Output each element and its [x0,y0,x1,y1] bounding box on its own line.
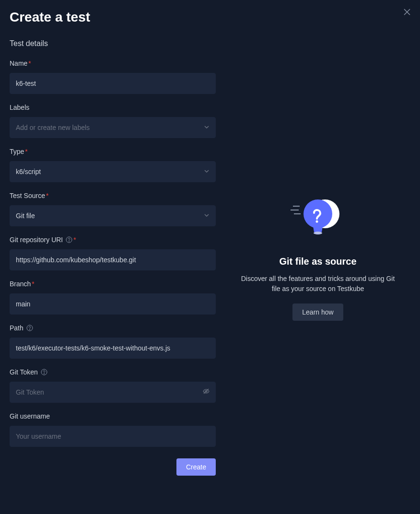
labels-select[interactable]: Add or create new labels [10,117,216,138]
svg-point-3 [69,241,70,242]
form-panel: Create a test Test details Name * Labels… [10,10,225,504]
git-uri-input[interactable] [10,249,216,270]
close-icon [404,9,410,15]
lightbulb-illustration [289,194,347,242]
svg-point-7 [44,374,44,374]
git-token-group: Git Token [10,368,216,403]
type-value: k6/script [16,168,41,175]
type-select[interactable]: k6/script [10,161,216,182]
learn-how-button[interactable]: Learn how [292,304,343,321]
git-token-input[interactable] [10,382,216,403]
labels-label: Labels [10,104,216,111]
labels-placeholder: Add or create new labels [16,124,90,131]
path-input[interactable] [10,338,216,359]
git-username-group: Git username [10,412,216,447]
test-source-select[interactable]: Git file [10,205,216,226]
git-username-label: Git username [10,412,216,420]
git-uri-group: Git repository URI * [10,236,216,270]
close-button[interactable] [404,9,410,17]
chevron-down-icon [204,212,210,220]
svg-point-5 [29,329,30,330]
labels-group: Labels Add or create new labels [10,104,216,138]
path-label: Path [10,324,216,332]
modal-title: Create a test [10,10,216,25]
test-source-label: Test Source * [10,192,216,199]
required-mark: * [25,148,27,155]
svg-point-12 [314,232,322,234]
info-description: Discover all the features and tricks aro… [240,274,396,294]
git-token-label: Git Token [10,368,216,376]
required-mark: * [32,280,34,288]
branch-input[interactable] [10,293,216,315]
required-mark: * [46,192,48,199]
path-group: Path [10,324,216,359]
create-test-modal: Create a test Test details Name * Labels… [0,0,420,514]
svg-point-11 [303,199,332,228]
required-mark: * [73,236,76,244]
info-title: Git file as source [240,256,396,267]
help-icon[interactable] [26,325,33,331]
info-panel: Git file as source Discover all the feat… [225,10,410,504]
git-uri-label: Git repository URI * [10,236,216,244]
branch-label: Branch * [10,280,216,288]
create-button[interactable]: Create [176,458,216,476]
type-group: Type * k6/script [10,148,216,182]
branch-group: Branch * [10,280,216,315]
svg-point-13 [316,220,318,222]
section-title: Test details [10,39,216,48]
test-source-group: Test Source * Git file [10,192,216,226]
test-source-value: Git file [16,212,35,220]
name-group: Name * [10,59,216,94]
chevron-down-icon [204,168,210,175]
help-icon[interactable] [66,236,72,243]
chevron-down-icon [204,124,210,131]
required-mark: * [28,59,31,67]
name-input[interactable] [10,73,216,94]
type-label: Type * [10,148,216,155]
eye-off-icon[interactable] [202,387,210,397]
git-username-input[interactable] [10,426,216,447]
name-label: Name * [10,59,216,67]
help-icon[interactable] [41,369,47,375]
